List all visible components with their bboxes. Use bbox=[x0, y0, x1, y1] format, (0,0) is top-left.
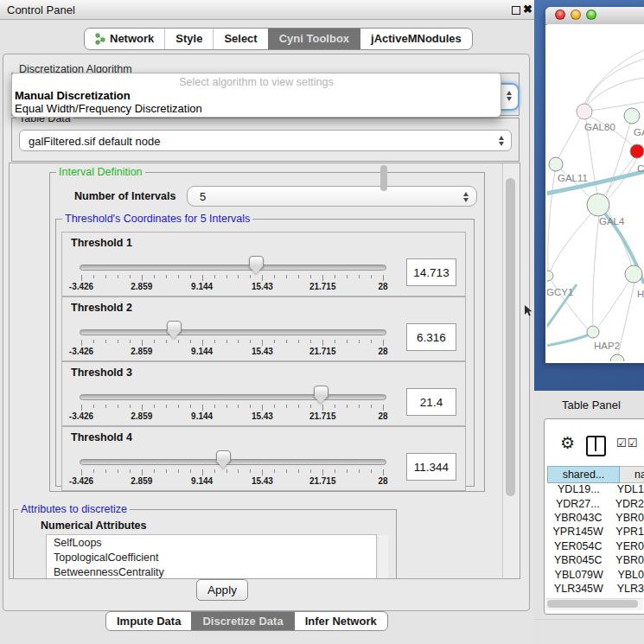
column-header-shared[interactable]: shared... bbox=[547, 466, 620, 483]
slider-track[interactable] bbox=[80, 459, 386, 465]
table-row[interactable]: YDR27...YDR2 bbox=[545, 496, 644, 510]
tab-jactivemnodules[interactable]: jActiveMNodules bbox=[360, 29, 472, 49]
tick-mark bbox=[154, 275, 155, 278]
tab-select[interactable]: Select bbox=[213, 29, 267, 49]
network-node[interactable] bbox=[625, 265, 642, 283]
tick-mark bbox=[202, 469, 203, 475]
network-node[interactable] bbox=[587, 194, 609, 216]
tick-mark bbox=[262, 275, 263, 281]
network-node[interactable] bbox=[610, 354, 624, 361]
float-window-icon[interactable] bbox=[512, 6, 520, 15]
slider-handle[interactable] bbox=[314, 386, 328, 398]
threshold-label: Threshold 2 bbox=[71, 302, 132, 314]
tick-mark bbox=[238, 405, 239, 408]
tick-mark bbox=[226, 340, 227, 343]
tab-label: Style bbox=[175, 29, 202, 49]
list-item[interactable]: TopologicalCoefficient bbox=[47, 550, 376, 564]
close-button[interactable] bbox=[555, 10, 565, 20]
tab-network[interactable]: Network bbox=[85, 29, 164, 49]
tick-mark bbox=[371, 405, 372, 408]
slider-track[interactable] bbox=[80, 265, 386, 271]
tick-mark bbox=[286, 405, 287, 408]
slider-handle[interactable] bbox=[167, 321, 182, 333]
table-data-select[interactable]: galFiltered.sif default node bbox=[19, 130, 512, 151]
tab-label: Infer Network bbox=[305, 612, 377, 630]
network-canvas[interactable]: GAL80GACGAL11GAL4GCY1HHAP2 bbox=[547, 24, 644, 361]
checkbox-icons[interactable]: ☑☑ bbox=[616, 437, 638, 450]
tick-mark bbox=[238, 469, 239, 473]
mouse-cursor bbox=[525, 304, 532, 320]
network-node[interactable] bbox=[577, 104, 592, 119]
tab-label: Cyni Toolbox bbox=[279, 29, 349, 49]
tick-mark bbox=[322, 405, 323, 411]
tick-mark bbox=[118, 405, 118, 408]
column-header-name[interactable]: na bbox=[620, 466, 644, 483]
tick-mark bbox=[298, 275, 299, 278]
slider-handle[interactable] bbox=[216, 450, 231, 462]
list-item[interactable]: SelfLoops bbox=[47, 535, 376, 550]
tick-mark bbox=[81, 340, 82, 346]
network-edge bbox=[593, 216, 599, 325]
network-node[interactable] bbox=[624, 108, 640, 124]
tab-infer-network[interactable]: Infer Network bbox=[294, 612, 387, 630]
tick-mark bbox=[347, 405, 348, 408]
tick-label: 21.715 bbox=[309, 476, 336, 486]
split-panel-icon[interactable] bbox=[586, 436, 606, 456]
threshold-value-field[interactable]: 11.344 bbox=[406, 453, 456, 481]
table-row[interactable]: YDL19...YDL1 bbox=[545, 482, 644, 496]
option-equal-width-frequency[interactable]: Equal Width/Frequency Discretization bbox=[15, 102, 202, 115]
node-label: HAP2 bbox=[594, 341, 620, 351]
option-manual-discretization[interactable]: Manual Discretization bbox=[15, 89, 131, 102]
apply-button[interactable]: Apply bbox=[196, 579, 248, 601]
list-item[interactable]: BetweennessCentrality bbox=[47, 564, 376, 579]
node-label: GA bbox=[634, 127, 644, 137]
settings-scrollbar-thumb[interactable] bbox=[506, 178, 515, 496]
threshold-value-field[interactable]: 21.4 bbox=[406, 388, 456, 416]
tick-mark bbox=[214, 405, 215, 408]
tick-mark bbox=[178, 405, 179, 408]
tick-mark bbox=[190, 340, 191, 343]
threshold-value-field[interactable]: 6.316 bbox=[406, 323, 456, 351]
tick-mark bbox=[226, 405, 227, 408]
threshold-value-field[interactable]: 14.713 bbox=[406, 258, 456, 286]
attributes-list-scrollbar[interactable] bbox=[379, 535, 388, 579]
tick-mark bbox=[322, 275, 323, 281]
slider-track[interactable] bbox=[80, 394, 386, 400]
tick-mark bbox=[130, 340, 131, 343]
table-row[interactable]: YLR345WYLR3 bbox=[545, 582, 644, 596]
cell-shared-name: YER054C bbox=[545, 540, 610, 552]
tab-impute-data[interactable]: Impute Data bbox=[106, 612, 191, 630]
minimize-button[interactable] bbox=[571, 10, 581, 20]
network-node[interactable] bbox=[549, 157, 563, 171]
table-hscrollbar-thumb[interactable] bbox=[547, 600, 638, 608]
attributes-list-scrollbar-thumb[interactable] bbox=[380, 165, 387, 191]
zoom-button[interactable] bbox=[586, 10, 596, 20]
tab-discretize-data[interactable]: Discretize Data bbox=[191, 612, 293, 630]
network-node[interactable] bbox=[547, 271, 553, 281]
table-row[interactable]: YER054CYER0 bbox=[545, 539, 644, 553]
tick-mark bbox=[105, 405, 106, 408]
tick-mark bbox=[359, 405, 360, 408]
network-edge bbox=[598, 281, 629, 327]
tick-mark bbox=[154, 340, 155, 343]
slider-handle[interactable] bbox=[249, 256, 264, 268]
table-row[interactable]: YPR145WYPR1 bbox=[545, 525, 644, 539]
gear-icon[interactable]: ⚙ bbox=[560, 434, 575, 453]
network-node[interactable] bbox=[587, 326, 599, 338]
tick-mark bbox=[335, 405, 335, 408]
table-row[interactable]: YBR045CYBR0 bbox=[545, 553, 644, 567]
slider-track[interactable] bbox=[80, 329, 386, 335]
tick-label: 2.859 bbox=[131, 347, 152, 356]
close-icon[interactable]: ✖ bbox=[523, 3, 532, 16]
cyni-mode-tabs: Impute Data Discretize Data Infer Networ… bbox=[105, 611, 388, 631]
network-node[interactable] bbox=[630, 144, 644, 158]
tab-style[interactable]: Style bbox=[164, 29, 213, 49]
node-label: GAL11 bbox=[558, 173, 588, 183]
tab-cyni-toolbox[interactable]: Cyni Toolbox bbox=[268, 29, 360, 49]
tick-mark bbox=[202, 340, 203, 346]
tick-mark bbox=[250, 275, 251, 278]
select-arrows-icon bbox=[499, 136, 504, 146]
table-row[interactable]: YIL052CYIL0 bbox=[545, 596, 644, 596]
table-row[interactable]: YBL079WYBL0 bbox=[545, 567, 644, 581]
table-row[interactable]: YBR043CYBR0 bbox=[545, 511, 644, 525]
